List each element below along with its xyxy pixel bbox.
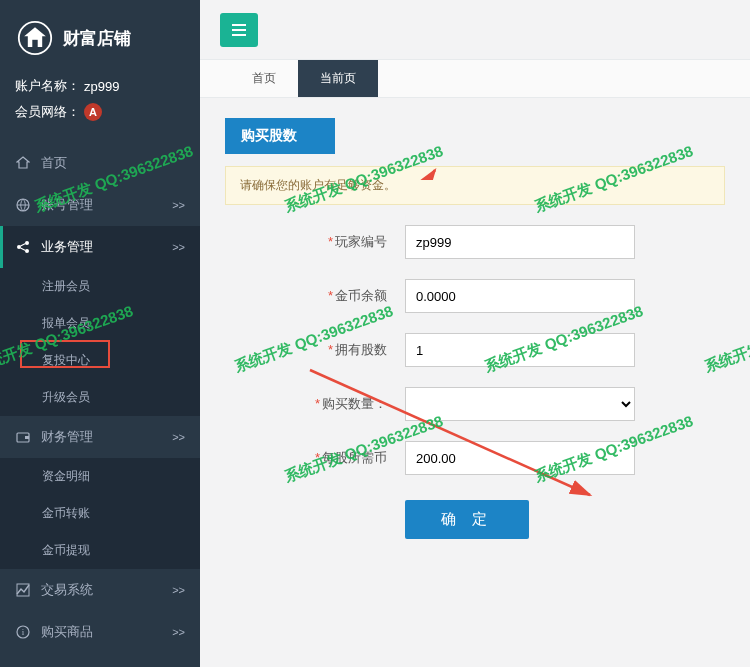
nav-buy-goods[interactable]: i 购买商品 >>	[0, 611, 200, 653]
network-badge: A	[84, 103, 102, 121]
nav-trade-system[interactable]: 交易系统 >>	[0, 569, 200, 611]
svg-text:i: i	[22, 627, 25, 637]
tab-bar: 首页 当前页	[200, 60, 750, 98]
label-per-share: *每股所需币	[225, 449, 405, 467]
nav-arrow: >>	[172, 241, 185, 253]
tab-current[interactable]: 当前页	[298, 60, 378, 97]
account-name-value: zp999	[84, 79, 119, 94]
nav-home-label: 首页	[41, 154, 67, 172]
nav-arrow: >>	[172, 431, 185, 443]
business-subnav: 注册会员 报单会员 复投中心 升级会员	[0, 268, 200, 416]
sub-gold-transfer[interactable]: 金币转账	[0, 495, 200, 532]
nav-account-label: 账号管理	[41, 196, 93, 214]
input-gold-balance[interactable]	[405, 279, 635, 313]
share-icon	[15, 239, 31, 255]
sub-report-member[interactable]: 报单会员	[0, 305, 200, 342]
nav-home[interactable]: 首页	[0, 142, 200, 184]
nav-arrow: >>	[172, 199, 185, 211]
nav-trade-label: 交易系统	[41, 581, 93, 599]
sidebar: 财富店铺 账户名称： zp999 会员网络： A 首页 账号管理 >> 业务管理…	[0, 0, 200, 667]
svg-rect-1	[32, 40, 37, 47]
sub-gold-withdraw[interactable]: 金币提现	[0, 532, 200, 569]
nav-business-label: 业务管理	[41, 238, 93, 256]
logo-section: 财富店铺	[0, 0, 200, 68]
brand-title: 财富店铺	[63, 27, 131, 50]
nav-list: 首页 账号管理 >> 业务管理 >> 注册会员 报单会员 复投中心 升级会员 财…	[0, 142, 200, 653]
home-icon	[15, 155, 31, 171]
svg-rect-7	[25, 436, 29, 439]
account-network-label: 会员网络：	[15, 103, 80, 121]
nav-arrow: >>	[172, 584, 185, 596]
menu-toggle-button[interactable]	[220, 13, 258, 47]
hamburger-icon	[232, 24, 246, 36]
finance-subnav: 资金明细 金币转账 金币提现	[0, 458, 200, 569]
input-per-share[interactable]	[405, 441, 635, 475]
section-header: 购买股数	[225, 118, 335, 154]
label-own-shares: *拥有股数	[225, 341, 405, 359]
label-gold-balance: *金币余额	[225, 287, 405, 305]
form: *玩家编号 *金币余额 *拥有股数 *购买数量： *每股所需币 确 定	[225, 225, 725, 539]
account-name-label: 账户名称：	[15, 77, 80, 95]
nav-account-mgmt[interactable]: 账号管理 >>	[0, 184, 200, 226]
nav-finance-label: 财务管理	[41, 428, 93, 446]
input-player-id[interactable]	[405, 225, 635, 259]
nav-arrow: >>	[172, 626, 185, 638]
main-area: 首页 当前页 购买股数 请确保您的账户有足够资金。 *玩家编号 *金币余额 *拥…	[200, 0, 750, 667]
label-player-id: *玩家编号	[225, 233, 405, 251]
svg-rect-8	[17, 584, 29, 596]
sub-upgrade-member[interactable]: 升级会员	[0, 379, 200, 416]
submit-button[interactable]: 确 定	[405, 500, 529, 539]
input-own-shares[interactable]	[405, 333, 635, 367]
sub-fund-detail[interactable]: 资金明细	[0, 458, 200, 495]
select-buy-qty[interactable]	[405, 387, 635, 421]
account-info: 账户名称： zp999 会员网络： A	[0, 68, 200, 130]
tab-home[interactable]: 首页	[230, 60, 298, 97]
alert-box: 请确保您的账户有足够资金。	[225, 166, 725, 205]
info-icon: i	[15, 624, 31, 640]
sub-reinvest-center[interactable]: 复投中心	[0, 342, 200, 379]
house-icon	[15, 18, 55, 58]
nav-business-mgmt[interactable]: 业务管理 >>	[0, 226, 200, 268]
chart-icon	[15, 582, 31, 598]
nav-finance-mgmt[interactable]: 财务管理 >>	[0, 416, 200, 458]
svg-point-4	[25, 241, 29, 245]
globe-icon	[15, 197, 31, 213]
topbar	[200, 0, 750, 60]
svg-point-5	[25, 249, 29, 253]
content: 购买股数 请确保您的账户有足够资金。 *玩家编号 *金币余额 *拥有股数 *购买…	[200, 98, 750, 559]
label-buy-qty: *购买数量：	[225, 395, 405, 413]
nav-goods-label: 购买商品	[41, 623, 93, 641]
wallet-icon	[15, 429, 31, 445]
sub-register-member[interactable]: 注册会员	[0, 268, 200, 305]
